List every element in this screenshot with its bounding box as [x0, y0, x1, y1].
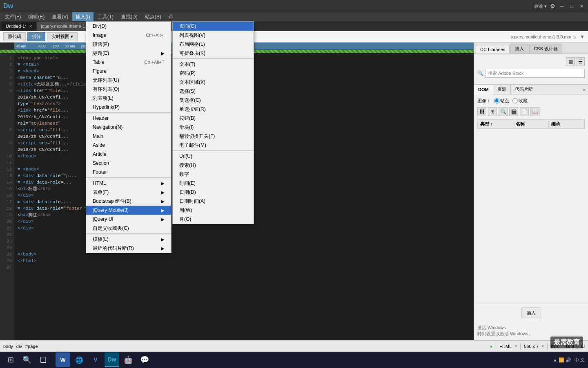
- jm-select[interactable]: 选择(S): [173, 87, 254, 96]
- menu-recentsnippet[interactable]: 最近的代码片断(R) ▶: [86, 244, 171, 253]
- favorite-radio[interactable]: [512, 98, 518, 103]
- menu-header[interactable]: Header: [86, 114, 171, 123]
- taskbar-app-android[interactable]: 🤖: [121, 352, 136, 367]
- menu-html[interactable]: HTML ▶: [86, 179, 171, 188]
- jm-datetime[interactable]: 日期时间(A): [173, 197, 254, 206]
- menu-customfav[interactable]: 自定义收藏夹(C): [86, 224, 171, 233]
- jm-checkbox[interactable]: 复选框(C): [173, 96, 254, 105]
- jm-listview[interactable]: 列表视图(V): [173, 31, 254, 40]
- menu-insert[interactable]: 插入(I): [72, 12, 93, 21]
- tab-untitled-close[interactable]: ✕: [29, 24, 32, 29]
- site-radio[interactable]: [494, 98, 499, 103]
- menu-template[interactable]: 模板(L) ▶: [86, 235, 171, 244]
- jm-url[interactable]: Url(U): [173, 152, 254, 161]
- menu-footer[interactable]: Footer: [86, 168, 171, 177]
- jm-radio[interactable]: 单选按钮(R): [173, 105, 254, 114]
- jm-slider[interactable]: 滑块(I): [173, 123, 254, 132]
- menu-jqueryui[interactable]: jQuery UI ▶: [86, 215, 171, 224]
- jm-flipswitch[interactable]: 翻转切换开关(F): [173, 132, 254, 141]
- tab-css-designer[interactable]: CSS 设计器: [529, 44, 562, 54]
- jm-number[interactable]: 数字: [173, 170, 254, 179]
- jm-time[interactable]: 时间(E): [173, 179, 254, 188]
- menu-table[interactable]: Table Ctrl+Alt+T: [86, 58, 171, 67]
- favorite-radio-label[interactable]: 收藏: [512, 98, 528, 104]
- split-btn[interactable]: 拆分: [27, 32, 45, 41]
- maximize-button[interactable]: □: [568, 3, 575, 9]
- menu-image[interactable]: Image Ctrl+Alt+I: [86, 31, 171, 40]
- taskbar-app-wechat[interactable]: 💬: [137, 352, 152, 367]
- menu-extra[interactable]: 帝: [165, 12, 177, 21]
- menu-bootstrap[interactable]: Bootstrap 组件(B) ▶: [86, 197, 171, 206]
- dom-icon-1[interactable]: 🖼: [477, 107, 486, 116]
- jm-page[interactable]: 页面(G): [173, 22, 254, 31]
- dom-icon-3[interactable]: 🔍: [499, 107, 508, 116]
- dom-icon-2[interactable]: ⊞: [488, 107, 497, 116]
- menu-main[interactable]: Main: [86, 132, 171, 141]
- dom-icon-4[interactable]: 🎬: [509, 107, 518, 116]
- jm-email[interactable]: 电子邮件(M): [173, 141, 254, 150]
- jm-layout[interactable]: 布局网格(L): [173, 40, 254, 49]
- dom-icon-6[interactable]: 📖: [530, 107, 539, 116]
- jm-button[interactable]: 按钮(B): [173, 114, 254, 123]
- menu-navigation[interactable]: Navigation(N): [86, 123, 171, 132]
- menu-jquerymobile[interactable]: jQuery Mobile(J) ▶: [86, 206, 171, 215]
- expand-icon[interactable]: «: [580, 87, 588, 92]
- menu-unordered[interactable]: 无序列表(U): [86, 76, 171, 85]
- jm-week[interactable]: 周(W): [173, 206, 254, 215]
- insert-button[interactable]: 插入: [521, 307, 541, 318]
- menu-file[interactable]: 文件(F): [2, 12, 24, 21]
- taskbar-app-word[interactable]: W: [56, 352, 70, 367]
- body-breadcrumb[interactable]: body: [3, 344, 13, 349]
- dom-icon-5[interactable]: 📄: [520, 107, 529, 116]
- menu-aside[interactable]: Aside: [86, 141, 171, 150]
- menu-tools[interactable]: 工具(T): [94, 12, 117, 21]
- minimize-button[interactable]: ─: [559, 3, 565, 9]
- tab-insert[interactable]: 插入: [510, 44, 528, 54]
- cc-search-input[interactable]: [485, 69, 585, 78]
- div-breadcrumb[interactable]: div: [16, 344, 22, 349]
- jm-collapsible[interactable]: 可折叠块(K): [173, 49, 254, 58]
- jm-date[interactable]: 日期(D): [173, 188, 254, 197]
- jm-password[interactable]: 密码(P): [173, 69, 254, 78]
- menu-edit[interactable]: 编辑(E): [25, 12, 48, 21]
- jm-month[interactable]: 月(O): [173, 215, 254, 224]
- source-code-btn[interactable]: 源代码: [3, 32, 26, 41]
- menu-figure[interactable]: Figure: [86, 67, 171, 76]
- menu-forms[interactable]: 表单(F) ▶: [86, 188, 171, 197]
- menu-hyperlink[interactable]: Hyperlink(P): [86, 103, 171, 112]
- dom-tab-assets[interactable]: 资源: [493, 85, 511, 94]
- jm-text[interactable]: 文本(T): [173, 60, 254, 69]
- menu-listitem[interactable]: 列表项(L): [86, 94, 171, 103]
- close-button[interactable]: ✕: [578, 3, 585, 9]
- dom-tab-snippets[interactable]: 代码片断: [511, 85, 537, 94]
- menu-section[interactable]: Section: [86, 159, 171, 168]
- start-button[interactable]: ⊞: [3, 352, 18, 367]
- live-view-btn[interactable]: 实时视图 ▾: [47, 32, 78, 41]
- taskbar-search[interactable]: 🔍: [20, 352, 34, 367]
- menu-label[interactable]: 标题(E) ▶: [86, 49, 171, 58]
- jm-textarea[interactable]: 文本区域(X): [173, 78, 254, 87]
- menu-find[interactable]: 查找(D): [118, 12, 141, 21]
- menu-ordered[interactable]: 有序列表(O): [86, 85, 171, 94]
- page-breadcrumb[interactable]: #page: [25, 344, 38, 349]
- menu-paragraph[interactable]: 段落(P): [86, 40, 171, 49]
- list-view-btn[interactable]: ☰: [576, 57, 585, 66]
- jm-search[interactable]: 搜索(H): [173, 161, 254, 170]
- menu-article[interactable]: Article: [86, 150, 171, 159]
- size-label[interactable]: 560 x 7: [524, 344, 539, 349]
- tab-untitled[interactable]: Untitled-1* ✕: [2, 22, 37, 31]
- menu-site[interactable]: 站点(S): [142, 12, 165, 21]
- taskbar-app-dreamweaver[interactable]: Dw: [105, 352, 119, 367]
- taskbar-app-visio[interactable]: V: [88, 352, 103, 367]
- menu-view[interactable]: 查看(V): [49, 12, 71, 21]
- site-radio-label[interactable]: 站点: [494, 98, 509, 104]
- taskbar-app-chrome[interactable]: 🌐: [72, 352, 87, 367]
- tab-cc-libraries[interactable]: CC Libraries: [476, 45, 510, 54]
- menu-div[interactable]: Div(D): [86, 22, 171, 31]
- html-label[interactable]: HTML: [499, 344, 512, 349]
- settings-icon[interactable]: ⚙: [550, 3, 555, 9]
- filter-icon[interactable]: ▼: [580, 34, 585, 40]
- taskbar-taskview[interactable]: ❑: [36, 352, 51, 367]
- grid-view-btn[interactable]: ▦: [566, 57, 575, 66]
- dom-tab-dom[interactable]: DOM: [474, 85, 493, 94]
